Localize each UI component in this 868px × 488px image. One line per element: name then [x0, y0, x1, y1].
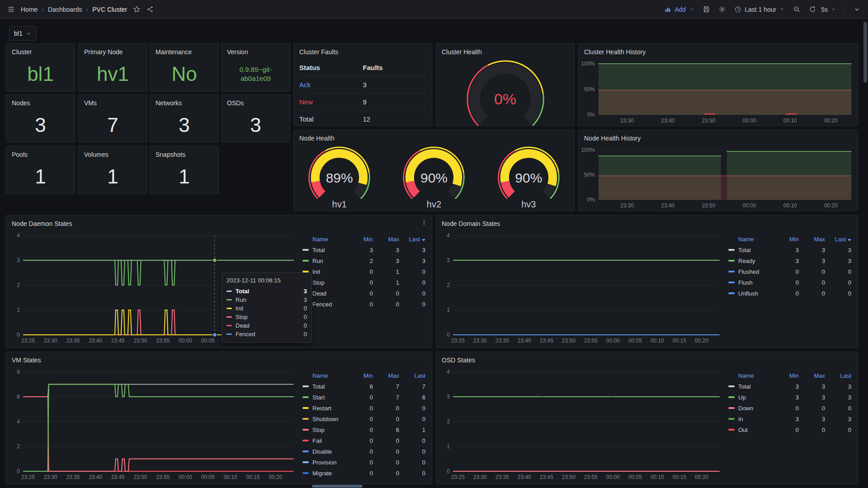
collapse-chevron-icon[interactable] — [853, 5, 861, 13]
svg-text:23:25: 23:25 — [21, 474, 35, 480]
tooltip-series-row: Run 3 — [226, 296, 307, 304]
legend-header[interactable]: Name Min Max Last — [302, 234, 425, 244]
legend-horizontal-scrollbar-thumb[interactable] — [312, 485, 363, 488]
zoom-out-icon[interactable] — [793, 5, 801, 13]
svg-text:1: 1 — [447, 443, 450, 450]
menu-toggle-icon[interactable] — [7, 5, 15, 13]
legend-series-row[interactable]: Restart 0 0 0 — [302, 403, 425, 413]
svg-text:0: 0 — [17, 468, 20, 474]
svg-text:00:00: 00:00 — [179, 474, 192, 480]
vertical-scrollbar-thumb[interactable] — [863, 22, 867, 83]
stat-value: 7 — [79, 108, 147, 142]
legend-series-row[interactable]: Flush 0 0 0 — [728, 277, 851, 288]
save-dashboard-icon[interactable] — [703, 5, 710, 13]
refresh-icon[interactable] — [809, 5, 816, 13]
tooltip-series-row: Fenced 0 — [226, 330, 307, 338]
legend-series-row[interactable]: Total 3 3 3 — [728, 381, 851, 392]
cluster-health-history-chart[interactable]: 0%50%100%23:3023:4023:5000:0000:1000:20 — [580, 59, 854, 125]
legend-series-row[interactable]: Stop 0 6 1 — [302, 424, 425, 435]
legend-series-row[interactable]: Total 3 3 3 — [302, 244, 425, 255]
osd-states-chart[interactable]: 0123423:2523:3023:3523:4023:4523:5023:55… — [440, 367, 722, 481]
legend-series-row[interactable]: Shutdown 0 0 0 — [302, 413, 425, 424]
legend-series-row[interactable]: Run 2 3 3 — [302, 255, 425, 266]
legend-series-row[interactable]: Stop 0 1 0 — [302, 277, 425, 288]
legend-series-row[interactable]: Dead 0 0 0 — [302, 288, 425, 299]
svg-text:00:15: 00:15 — [673, 474, 686, 480]
time-range-picker[interactable]: Last 1 hour — [734, 6, 785, 13]
breadcrumb-dashboards[interactable]: Dashboards — [48, 6, 82, 13]
svg-text:23:40: 23:40 — [518, 338, 531, 344]
svg-text:23:35: 23:35 — [495, 474, 509, 480]
panel-title: Nodes — [6, 95, 75, 110]
svg-text:3: 3 — [447, 257, 450, 263]
legend-series-row[interactable]: Total 3 3 3 — [728, 244, 851, 255]
panel-cluster-health: Cluster Health 0% — [436, 43, 575, 126]
series-color-swatch — [728, 418, 735, 420]
node-domain-states-chart[interactable]: 0123423:2523:3023:3523:4023:4523:5023:55… — [440, 231, 722, 345]
svg-text:1: 1 — [17, 307, 20, 313]
svg-text:4: 4 — [17, 418, 20, 425]
node-health-gauge-hv3: 90% hv3 — [487, 145, 571, 211]
legend-series-row[interactable]: Migrate 0 0 0 — [302, 468, 425, 479]
vm-states-chart[interactable]: 0246823:2523:3023:3523:4023:4523:5023:55… — [10, 367, 296, 481]
legend-series-row[interactable]: Out 0 0 0 — [728, 424, 851, 435]
legend-series-row[interactable]: In 3 3 3 — [728, 413, 851, 424]
legend-series-row[interactable]: Fenced 0 0 0 — [302, 299, 425, 310]
node-health-history-chart[interactable]: 0%50%100%23:3023:4023:5000:0000:1000:20 — [580, 145, 854, 210]
svg-text:23:35: 23:35 — [495, 338, 509, 344]
svg-text:00:10: 00:10 — [783, 117, 797, 124]
refresh-interval-picker[interactable]: 5s — [821, 6, 836, 13]
legend-series-row[interactable]: Start 0 7 6 — [302, 392, 425, 403]
series-color-swatch — [728, 292, 735, 294]
tooltip-series-row: Stop 0 — [226, 313, 307, 321]
legend-header[interactable]: Name Min Max Last — [728, 234, 851, 244]
panel-title: Version — [222, 44, 290, 59]
series-color-swatch — [302, 440, 309, 441]
breadcrumb-home[interactable]: Home — [21, 6, 38, 13]
panel-menu-icon[interactable] — [421, 219, 427, 227]
svg-text:2: 2 — [17, 282, 20, 288]
legend-series-row[interactable]: Flushed 0 0 0 — [728, 266, 851, 277]
series-color-swatch — [302, 396, 309, 398]
gauge-label: hv1 — [297, 199, 381, 210]
legend-header[interactable]: Name Min Max Last — [302, 370, 425, 381]
share-icon[interactable] — [146, 5, 154, 13]
favorite-star-icon[interactable] — [133, 5, 141, 13]
faults-table-row: New 9 — [299, 94, 426, 111]
svg-text:23:55: 23:55 — [584, 474, 598, 480]
svg-text:23:45: 23:45 — [540, 474, 553, 480]
legend-series-row[interactable]: Unflush 0 0 0 — [728, 288, 851, 299]
svg-text:23:35: 23:35 — [66, 338, 80, 344]
dashboard-settings-gear-icon[interactable] — [718, 5, 726, 13]
add-button[interactable]: Add — [664, 6, 694, 13]
legend-series-row[interactable]: Disable 0 0 0 — [302, 446, 425, 457]
svg-text:4: 4 — [17, 232, 20, 239]
series-color-swatch — [728, 407, 735, 409]
series-color-swatch — [302, 450, 309, 452]
panel-title: Cluster Faults — [294, 44, 432, 59]
svg-text:00:20: 00:20 — [824, 117, 838, 124]
legend-series-row[interactable]: Total 6 7 7 — [302, 381, 425, 392]
svg-text:23:55: 23:55 — [156, 474, 170, 480]
svg-text:00:10: 00:10 — [651, 474, 664, 480]
nav-actions: Add Last 1 hour — [664, 5, 861, 14]
legend-series-row[interactable]: Ready 3 3 3 — [728, 255, 851, 266]
stat-value: No — [150, 57, 218, 91]
series-color-swatch — [226, 333, 232, 335]
variable-value: bl1 — [14, 30, 23, 37]
panel-node-health: Node Health 89% hv1 90% hv2 90% hv3 — [293, 130, 575, 211]
legend-series-row[interactable]: Init 0 1 0 — [302, 266, 425, 277]
series-color-swatch — [728, 282, 735, 283]
svg-text:1: 1 — [447, 307, 450, 313]
svg-text:50%: 50% — [584, 172, 595, 178]
legend-series-row[interactable]: Down 0 0 0 — [728, 403, 851, 413]
svg-text:23:45: 23:45 — [540, 338, 553, 344]
legend-series-row[interactable]: Provision 0 0 0 — [302, 457, 425, 468]
chart-legend: Name Min Max Last Total 3 3 3 — [722, 231, 854, 345]
cluster-variable-dropdown[interactable]: bl1 — [9, 26, 36, 41]
legend-series-row[interactable]: Fail 0 0 0 — [302, 435, 425, 446]
stat-value: 3 — [150, 108, 218, 142]
series-color-swatch — [302, 418, 309, 420]
legend-series-row[interactable]: Up 3 3 3 — [728, 392, 851, 403]
legend-header[interactable]: Name Min Max Last — [728, 370, 851, 381]
